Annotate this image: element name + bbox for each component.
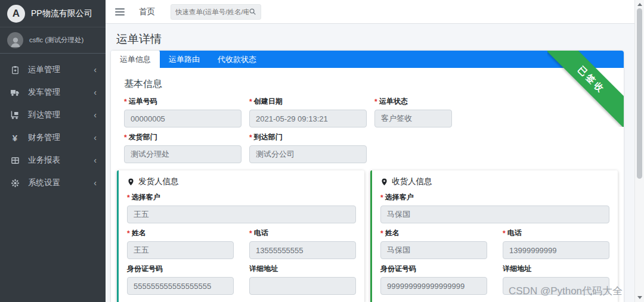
search-icon[interactable] <box>249 8 256 15</box>
scrollbar-down-arrow-icon[interactable] <box>637 296 642 299</box>
signed-ribbon-badge: 已签收 <box>547 51 624 127</box>
receiver-customer-input[interactable]: 马保国 <box>380 206 609 223</box>
sender-id-number-input[interactable]: 555555555555555555 <box>127 277 234 295</box>
tab-waybill-route[interactable]: 运单路由 <box>160 51 209 68</box>
basic-info-grid: *运单号码 00000005 *创建日期 2021-05-29 09:13:21… <box>124 96 611 163</box>
chevron-left-icon: ‹ <box>94 88 97 97</box>
field-receiver-phone: *电话 13999999999 <box>503 228 609 259</box>
sidebar-item-departure-management[interactable]: 发车管理 ‹ <box>0 81 106 104</box>
chevron-left-icon: ‹ <box>94 65 97 74</box>
sidebar-item-label: 业务报表 <box>28 155 86 166</box>
sidebar-item-label: 系统设置 <box>28 178 86 188</box>
field-label: 到达部门 <box>254 132 283 142</box>
brand-logo-icon: A <box>7 5 25 23</box>
field-label: 运单状态 <box>379 96 408 107</box>
required-marker: * <box>380 229 383 238</box>
chevron-left-icon: ‹ <box>94 178 97 188</box>
field-receiver-address: 详细地址 <box>503 264 609 295</box>
sidebar-item-arrival-management[interactable]: 到达管理 ‹ <box>0 104 106 126</box>
sidebar-item-waybill-management[interactable]: 运单管理 ‹ <box>0 58 106 81</box>
vertical-scrollbar[interactable] <box>634 0 644 302</box>
receiver-panel-title: 收货人信息 <box>392 176 432 187</box>
sender-panel-title: 发货人信息 <box>138 176 179 187</box>
tab-bar: 运单信息 运单路由 代收款状态 <box>111 51 624 68</box>
field-label: 创建日期 <box>254 96 283 107</box>
field-waybill-number: *运单号码 00000005 <box>124 96 242 127</box>
field-sender-name: *姓名 王五 <box>127 228 234 259</box>
receiver-name-input[interactable]: 马保国 <box>380 241 487 259</box>
field-label: 选择客户 <box>132 192 160 203</box>
yen-icon: ¥ <box>10 133 20 143</box>
field-label: 选择客户 <box>385 192 414 203</box>
tab-waybill-info[interactable]: 运单信息 <box>111 51 160 68</box>
report-icon <box>10 156 20 165</box>
user-panel[interactable]: csflc (测试分理处) <box>0 27 106 54</box>
field-waybill-status: *运单状态 客户签收 <box>374 96 452 127</box>
required-marker: * <box>249 133 252 142</box>
sender-phone-input[interactable]: 13555555555 <box>249 241 356 259</box>
scrollbar-thumb[interactable] <box>637 8 642 179</box>
map-pin-icon <box>380 178 388 186</box>
chevron-left-icon: ‹ <box>94 110 97 120</box>
shipping-department-input[interactable]: 测试分理处 <box>124 145 242 163</box>
field-label: 身份证号码 <box>127 264 163 274</box>
field-create-date: *创建日期 2021-05-29 09:13:21 <box>249 96 367 127</box>
field-label: 运单号码 <box>129 96 157 107</box>
company-name: PP物流有限公司 <box>31 8 92 19</box>
sender-customer-input[interactable]: 王五 <box>127 206 356 223</box>
field-label: 姓名 <box>385 228 400 238</box>
required-marker: * <box>127 194 130 202</box>
sender-name-input[interactable]: 王五 <box>127 241 234 259</box>
required-marker: * <box>249 98 252 106</box>
required-marker: * <box>124 133 127 142</box>
arrival-icon <box>10 110 20 120</box>
required-marker: * <box>127 229 130 238</box>
user-name: csflc (测试分理处) <box>29 36 83 45</box>
field-receiver-customer: *选择客户 马保国 <box>380 192 609 223</box>
user-avatar <box>7 32 23 48</box>
field-receiver-name: *姓名 马保国 <box>380 228 487 259</box>
sidebar-item-label: 运单管理 <box>28 64 86 75</box>
field-sender-id-number: 身份证号码 555555555555555555 <box>127 264 234 295</box>
main-content: 运单详情 运单信息 运单路由 代收款状态 已签收 基本信息 *运单号码 0000… <box>106 24 634 302</box>
receiver-info-panel: 收货人信息 *选择客户 马保国 *姓名 马保国 *电话 1 <box>370 170 618 302</box>
sidebar-item-system-settings[interactable]: 系统设置 ‹ <box>0 172 106 194</box>
waybill-status-input[interactable]: 客户签收 <box>374 110 452 127</box>
field-arrival-department: *到达部门 测试分公司 <box>249 132 367 163</box>
nav-home-link[interactable]: 首页 <box>139 7 155 17</box>
field-label: 身份证号码 <box>380 264 416 274</box>
sidebar-item-finance-management[interactable]: ¥ 财务管理 ‹ <box>0 126 106 149</box>
receiver-phone-input[interactable]: 13999999999 <box>503 241 609 259</box>
page-title: 运单详情 <box>116 32 634 47</box>
brand[interactable]: A PP物流有限公司 <box>0 0 106 27</box>
required-marker: * <box>503 229 506 238</box>
field-shipping-department: *发货部门 测试分理处 <box>124 132 242 163</box>
required-marker: * <box>374 98 377 106</box>
field-label: 发货部门 <box>129 132 157 142</box>
tab-cod-status[interactable]: 代收款状态 <box>209 51 265 68</box>
field-sender-address: 详细地址 <box>249 264 356 295</box>
required-marker: * <box>380 194 383 202</box>
truck-icon <box>10 88 20 97</box>
sidebar-item-business-reports[interactable]: 业务报表 ‹ <box>0 149 106 172</box>
sidebar-menu: 运单管理 ‹ 发车管理 ‹ 到达 <box>0 54 106 199</box>
waybill-icon <box>10 66 20 74</box>
sender-address-input[interactable] <box>249 277 356 295</box>
sidebar-item-label: 到达管理 <box>28 110 86 120</box>
waybill-number-input[interactable]: 00000005 <box>124 110 242 127</box>
top-navbar: 首页 <box>106 0 634 24</box>
ribbon-container: 已签收 <box>547 51 624 127</box>
receiver-id-number-input[interactable]: 999999999999999999 <box>380 277 487 295</box>
required-marker: * <box>249 229 252 238</box>
arrival-department-input[interactable]: 测试分公司 <box>249 145 367 163</box>
field-label: 详细地址 <box>503 264 531 274</box>
hamburger-menu-icon[interactable] <box>115 8 125 15</box>
create-date-input[interactable]: 2021-05-29 09:13:21 <box>249 110 367 127</box>
field-sender-customer: *选择客户 王五 <box>127 192 356 223</box>
chevron-left-icon: ‹ <box>94 133 97 142</box>
receiver-address-input[interactable] <box>503 277 609 295</box>
scrollbar-up-arrow-icon[interactable] <box>637 3 642 6</box>
gear-icon <box>10 179 20 188</box>
sidebar-item-label: 财务管理 <box>28 132 86 143</box>
search-input[interactable] <box>175 8 249 15</box>
